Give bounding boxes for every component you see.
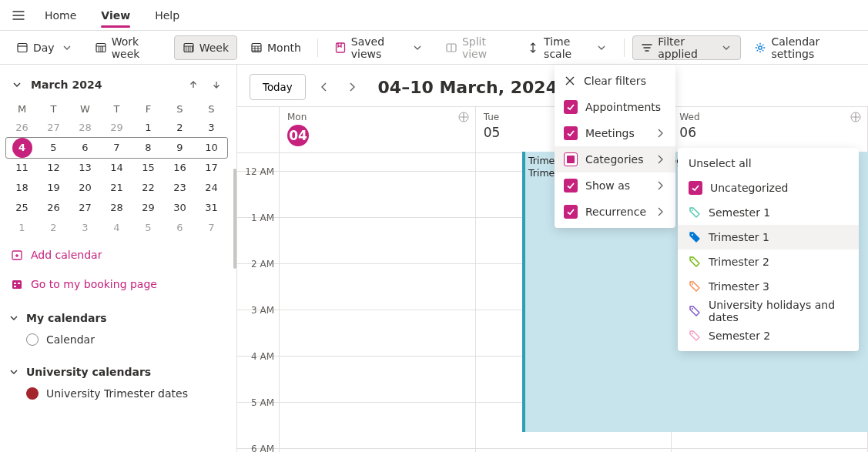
add-event-icon[interactable] [850,112,861,122]
mini-cal-day[interactable]: 31 [202,198,222,218]
saved-views-button[interactable]: Saved views [326,35,432,60]
mini-cal-day[interactable]: 7 [202,218,222,238]
category-item[interactable]: Semester 2 [678,323,859,348]
mini-cal-day[interactable]: 23 [170,178,190,198]
mini-cal-day[interactable]: 1 [12,218,32,238]
mini-cal-day[interactable]: 21 [107,178,127,198]
next-week-button[interactable] [343,78,361,96]
filter-button[interactable]: Filter applied [632,35,741,60]
filter-show-as[interactable]: Show as [555,172,675,199]
prev-week-button[interactable] [315,78,333,96]
filter-appointments[interactable]: Appointments [555,94,675,120]
university-calendars-section[interactable]: University calendars [6,361,227,383]
mini-cal-day[interactable]: 10 [202,138,222,158]
mini-cal-collapse[interactable] [8,75,26,94]
unselect-all[interactable]: Unselect all [678,151,859,176]
mini-cal-day[interactable]: 29 [139,198,159,218]
mini-cal-day[interactable]: 6 [75,138,96,158]
add-calendar-link[interactable]: Add calendar [6,243,227,267]
filter-recurrence[interactable]: Recurrence [555,199,675,225]
mini-cal-day[interactable]: 9 [170,138,190,158]
mini-cal-day[interactable]: 25 [12,198,32,218]
calendar-settings-label: Calendar settings [771,35,852,60]
mini-cal-day[interactable]: 14 [107,158,127,178]
mini-cal-day[interactable]: 3 [75,218,96,238]
mini-cal-day[interactable]: 4 [107,218,127,238]
mini-cal-day[interactable]: 17 [202,158,222,178]
calendar-settings-button[interactable]: Calendar settings [746,35,860,60]
hamburger-button[interactable] [6,3,31,28]
day-view-button[interactable]: Day [8,35,82,60]
menu-view[interactable]: View [90,0,141,31]
clear-filters-item[interactable]: Clear filters [555,68,675,94]
mini-cal-day[interactable]: 2 [44,218,64,238]
calendar-item[interactable]: Calendar [6,329,227,350]
month-view-button[interactable]: Month [242,35,310,60]
mini-cal-day[interactable]: 16 [170,158,190,178]
mini-cal-day[interactable]: 27 [75,198,96,218]
my-calendars-label: My calendars [26,312,107,324]
time-label: 4 AM [251,351,274,362]
filter-meetings[interactable]: Meetings [555,120,675,146]
chevron-right-icon [654,206,666,218]
chevron-down-icon [720,42,732,54]
calendar-item[interactable]: University Trimester dates [6,383,227,404]
category-item[interactable]: Uncategorized [678,176,859,200]
category-item[interactable]: Trimester 2 [678,249,859,274]
mini-cal-day[interactable]: 26 [12,118,32,138]
category-item[interactable]: Semester 1 [678,200,859,225]
mini-cal-prev[interactable] [184,75,203,94]
week-view-button[interactable]: Week [174,35,237,60]
mini-cal-next[interactable] [207,75,226,94]
mini-calendar[interactable]: MTWTFSS 26272829123456789101112131415161… [6,100,227,238]
day-column[interactable]: Mon04 [280,107,476,452]
mini-cal-day[interactable]: 12 [44,158,64,178]
mini-cal-day[interactable]: 18 [12,178,32,198]
booking-page-link[interactable]: Go to my booking page [6,272,227,296]
menu-home[interactable]: Home [34,0,87,31]
mini-cal-day[interactable]: 26 [44,198,64,218]
time-scale-button[interactable]: Time scale [518,35,616,60]
mini-cal-day[interactable]: 8 [139,138,159,158]
filter-menu: Clear filters Appointments Meetings Cate… [555,65,675,228]
mini-cal-day[interactable]: 3 [202,118,222,138]
work-week-icon [95,42,107,54]
mini-cal-day[interactable]: 6 [170,218,190,238]
mini-cal-day[interactable]: 5 [44,138,64,158]
mini-cal-day[interactable]: 22 [139,178,159,198]
filter-label: Appointments [585,101,661,113]
category-item[interactable]: Trimester 3 [678,274,859,299]
today-button[interactable]: Today [250,74,306,100]
mini-cal-day[interactable]: 20 [75,178,96,198]
svg-point-17 [692,259,693,260]
work-week-button[interactable]: Work week [86,35,169,60]
mini-cal-day[interactable]: 30 [170,198,190,218]
time-label: 1 AM [251,213,274,223]
filter-categories[interactable]: Categories [555,146,675,172]
mini-cal-day[interactable]: 4 [12,138,32,158]
booking-page-label: Go to my booking page [31,278,157,290]
mini-cal-day[interactable]: 13 [75,158,96,178]
mini-cal-day[interactable]: 5 [139,218,159,238]
mini-cal-day[interactable]: 19 [44,178,64,198]
mini-cal-day[interactable]: 24 [202,178,222,198]
mini-cal-day[interactable]: 28 [107,198,127,218]
category-item[interactable]: University holidays and dates [678,299,859,323]
sidebar-scrollbar[interactable] [232,165,236,452]
mini-cal-day[interactable]: 1 [139,118,159,138]
mini-cal-day[interactable]: 7 [107,138,127,158]
mini-cal-day[interactable]: 15 [139,158,159,178]
mini-cal-dow: M [6,100,38,118]
mini-cal-day[interactable]: 11 [12,158,32,178]
my-calendars-section[interactable]: My calendars [6,307,227,329]
category-item[interactable]: Trimester 1 [678,225,859,249]
date-range[interactable]: 04–10 March, 2024 [378,78,576,97]
mini-cal-day[interactable]: 29 [107,118,127,138]
mini-cal-day[interactable]: 28 [75,118,96,138]
menu-help[interactable]: Help [144,0,190,31]
chevron-down-icon [61,42,73,54]
mini-cal-day[interactable]: 27 [44,118,64,138]
split-view-button: Split view [437,35,514,60]
add-event-icon[interactable] [458,112,469,122]
mini-cal-day[interactable]: 2 [170,118,190,138]
